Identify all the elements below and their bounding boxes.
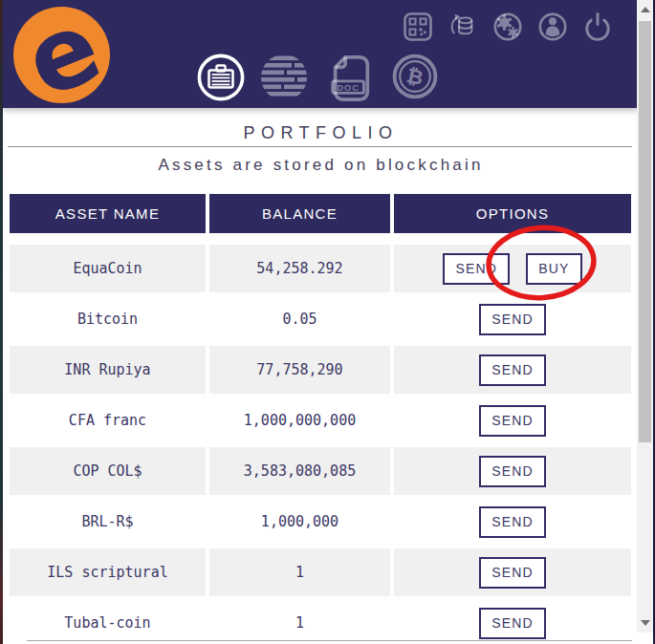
footer-divider <box>27 640 632 641</box>
scrollbar-thumb[interactable] <box>639 21 651 442</box>
asset-options-cell: SEND <box>394 548 631 596</box>
power-icon <box>582 11 613 42</box>
nav-wallet-button[interactable] <box>196 53 246 102</box>
asset-balance-cell: 54,258.292 <box>209 245 390 292</box>
equacoin-logo[interactable]: e <box>13 7 110 103</box>
send-button[interactable]: SEND <box>479 608 546 639</box>
column-header-asset-name: ASSET NAME <box>10 194 206 233</box>
column-header-balance: BALANCE <box>209 194 390 233</box>
page-subtitle: Assets are stored on blockchain <box>3 156 639 175</box>
asset-options-cell: SEND <box>394 295 631 343</box>
exchange-coins-icon <box>448 11 478 42</box>
profile-button[interactable] <box>537 11 568 42</box>
qr-code-button[interactable] <box>403 11 433 42</box>
asset-options-cell: SEND <box>394 397 631 444</box>
header-quick-actions <box>403 11 613 42</box>
profile-icon <box>537 11 568 42</box>
buy-button[interactable]: BUY <box>526 253 581 285</box>
asset-balance-cell: 77,758,290 <box>209 346 390 394</box>
asset-balance-cell: 3,583,080,085 <box>209 447 390 495</box>
exchange-button[interactable] <box>448 11 478 42</box>
send-button[interactable]: SEND <box>479 456 546 487</box>
send-button[interactable]: SEND <box>479 304 546 335</box>
svg-text:₿: ₿ <box>404 64 426 90</box>
send-button[interactable]: SEND <box>443 253 510 285</box>
title-divider <box>8 146 632 147</box>
nav-documents-button[interactable]: DOC <box>330 54 372 103</box>
asset-name-cell: BRL-R$ <box>10 498 206 546</box>
send-button[interactable]: SEND <box>479 354 546 386</box>
asset-name-cell: COP COL$ <box>10 447 206 495</box>
nav-bitcoin-button[interactable]: ₿ <box>391 53 439 100</box>
nav-globe-button[interactable] <box>260 54 308 101</box>
asset-name-cell: Bitcoin <box>10 295 206 343</box>
asset-options-cell: SEND <box>394 498 631 546</box>
asset-name-cell: ILS scriptural <box>10 548 206 596</box>
equacoin-logo-icon: e <box>13 7 110 103</box>
network-settings-button[interactable] <box>492 11 523 42</box>
send-button[interactable]: SEND <box>479 557 546 589</box>
power-button[interactable] <box>582 11 613 42</box>
asset-name-cell: INR Rupiya <box>10 346 206 394</box>
asset-balance-cell: 1,000,000,000 <box>209 397 390 444</box>
scrollbar-up-arrow[interactable] <box>641 7 650 12</box>
doc-file-icon: DOC <box>330 54 372 103</box>
asset-balance-cell: 1,000,000 <box>209 498 390 546</box>
scrollbar-down-arrow[interactable] <box>641 620 650 626</box>
portfolio-table: ASSET NAME BALANCE OPTIONS EquaCoin54,25… <box>10 194 631 644</box>
asset-name-cell: CFA franc <box>10 397 206 444</box>
svg-text:DOC: DOC <box>338 83 360 93</box>
page-title: PORTFOLIO <box>3 123 639 143</box>
wallet-briefcase-icon <box>196 53 246 102</box>
bitcoin-icon: ₿ <box>391 53 439 100</box>
network-settings-icon <box>492 11 523 42</box>
wallet-window: e <box>0 0 655 644</box>
vertical-scrollbar <box>637 0 653 633</box>
qr-code-icon <box>403 11 433 42</box>
asset-options-cell: SEND <box>394 447 631 495</box>
send-button[interactable]: SEND <box>479 506 546 538</box>
send-button[interactable]: SEND <box>479 405 546 437</box>
asset-balance-cell: 1 <box>209 548 390 596</box>
asset-options-cell: SEND <box>394 599 631 644</box>
app-frame: e <box>3 0 639 644</box>
asset-balance-cell: 0.05 <box>209 295 390 343</box>
asset-balance-cell: 1 <box>209 599 390 644</box>
asset-name-cell: Tubal-coin <box>10 599 206 644</box>
striped-globe-icon <box>260 54 308 101</box>
asset-name-cell: EquaCoin <box>10 245 206 292</box>
app-header: e <box>3 0 639 108</box>
asset-options-cell: SENDBUY <box>394 245 631 292</box>
asset-options-cell: SEND <box>394 346 631 394</box>
column-header-options: OPTIONS <box>394 194 631 233</box>
